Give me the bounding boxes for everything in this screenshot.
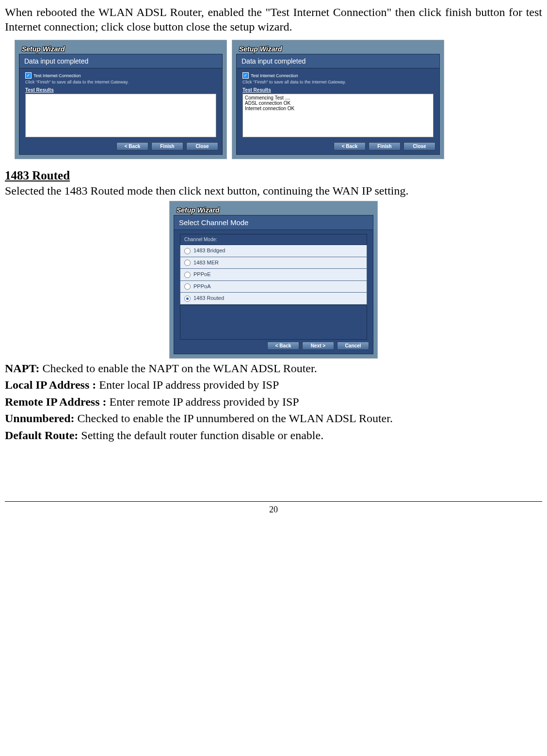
back-button[interactable]: < Back: [116, 142, 148, 150]
wizard-subheader: Data input completed: [19, 54, 222, 68]
panel-spacer: [180, 305, 367, 340]
radio-label: 1483 MER: [193, 260, 219, 265]
channel-mode-options: Channel Mode: 1483 Bridged 1483 MER PPPo…: [180, 234, 367, 305]
radio-icon[interactable]: [184, 248, 191, 254]
radio-option[interactable]: 1483 Bridged: [180, 245, 367, 257]
back-button[interactable]: < Back: [334, 142, 366, 150]
close-button[interactable]: Close: [186, 142, 218, 150]
radio-label: 1483 Bridged: [193, 247, 225, 253]
test-results-box: [242, 94, 434, 137]
def-remote-ip: Remote IP Address : Enter remote IP addr…: [5, 394, 542, 410]
test-results-label: Test Results: [25, 87, 216, 93]
radio-option[interactable]: 1483 MER: [180, 257, 367, 269]
test-results-label: Test Results: [242, 87, 434, 93]
checkbox-label: Test Internet Connection: [33, 73, 81, 78]
screenshot-row: Setup Wizard Data input completed ✓ Test…: [15, 40, 542, 159]
wizard-panel-channel-mode: Setup Wizard Select Channel Mode Channel…: [169, 201, 378, 359]
radio-option[interactable]: 1483 Routed: [180, 293, 367, 305]
page-number: 20: [5, 501, 542, 515]
wizard-panel-left: Setup Wizard Data input completed ✓ Test…: [15, 40, 227, 159]
cancel-button[interactable]: Cancel: [337, 342, 369, 350]
wizard-titlebar: Setup Wizard: [174, 205, 373, 215]
def-unnumbered: Unnumbered: Checked to enable the IP unn…: [5, 411, 542, 426]
radio-option[interactable]: PPPoA: [180, 280, 367, 293]
finish-button[interactable]: Finish: [151, 142, 183, 150]
checkbox-checked-icon[interactable]: ✓: [25, 72, 32, 79]
finish-hint: Click "Finish" to save all data to the I…: [242, 80, 434, 84]
checkbox-label: Test Internet Connection: [251, 73, 298, 78]
def-napt: NAPT: Checked to enable the NAPT on the …: [5, 361, 542, 376]
wizard-titlebar: Setup Wizard: [19, 44, 223, 54]
radio-label: PPPoE: [193, 271, 210, 277]
test-results-box: [25, 94, 216, 137]
radio-label: PPPoA: [193, 283, 210, 289]
section-1483-routed: 1483 Routed: [5, 169, 542, 182]
test-connection-checkbox-row[interactable]: ✓ Test Internet Connection: [242, 72, 434, 79]
section-intro: Selected the 1483 Routed mode then click…: [5, 183, 542, 198]
back-button[interactable]: < Back: [267, 342, 299, 350]
radio-icon[interactable]: [184, 272, 191, 278]
radio-icon[interactable]: [184, 260, 191, 266]
close-button[interactable]: Close: [403, 142, 435, 150]
radio-option[interactable]: PPPoE: [180, 269, 367, 281]
checkbox-checked-icon[interactable]: ✓: [242, 72, 249, 79]
wizard-titlebar: Setup Wizard: [236, 44, 440, 54]
wizard-subheader: Data input completed: [237, 54, 439, 68]
radio-label: 1483 Routed: [193, 295, 224, 301]
def-local-ip: Local IP Address : Enter local IP addres…: [5, 377, 542, 393]
finish-hint: Click "Finish" to save all data to the I…: [25, 80, 216, 84]
finish-button[interactable]: Finish: [369, 142, 401, 150]
test-connection-checkbox-row[interactable]: ✓ Test Internet Connection: [25, 72, 216, 79]
channel-mode-group-label: Channel Mode:: [180, 234, 367, 245]
radio-icon[interactable]: [184, 283, 191, 290]
next-button[interactable]: Next >: [302, 342, 334, 350]
radio-checked-icon[interactable]: [184, 296, 191, 302]
def-default-route: Default Route: Setting the default route…: [5, 427, 542, 443]
intro-paragraph: When rebooted the WLAN ADSL Router, enab…: [5, 5, 542, 34]
wizard-panel-right: Setup Wizard Data input completed ✓ Test…: [232, 40, 444, 159]
wizard-subheader: Select Channel Mode: [174, 215, 373, 230]
